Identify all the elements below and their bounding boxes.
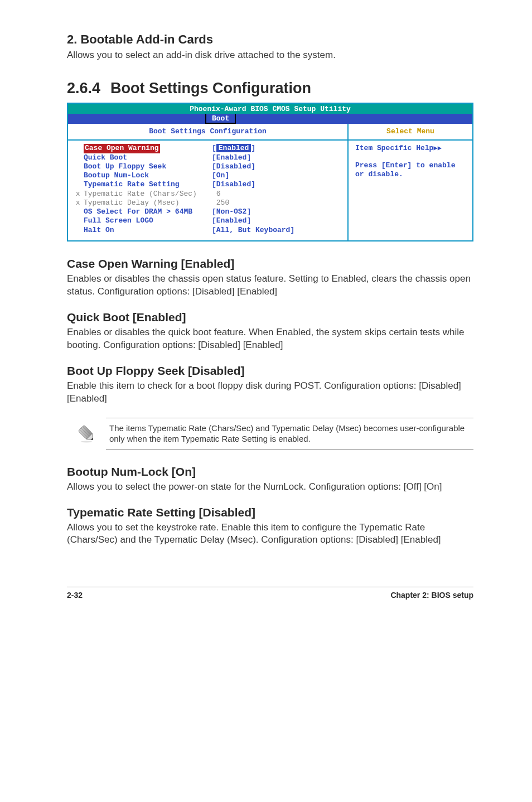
bios-row-marker bbox=[71, 207, 84, 216]
bios-row-marker bbox=[71, 226, 84, 235]
bios-row-label: OS Select For DRAM > 64MB bbox=[84, 207, 212, 216]
bios-settings-list: Case Open Warning[Enabled] Quick Boot[En… bbox=[68, 141, 347, 240]
bios-row-label: Quick Boot bbox=[84, 153, 212, 162]
bios-row-label: Case Open Warning bbox=[84, 144, 212, 153]
bios-help-text: Press [Enter] to enable or disable. bbox=[355, 161, 468, 180]
bios-row-value: 250 bbox=[212, 199, 345, 207]
bios-subtitle: Boot Settings Configuration bbox=[68, 124, 347, 141]
bios-row-marker: x bbox=[71, 199, 84, 207]
bios-row-label: Typematic Delay (Msec) bbox=[84, 199, 212, 207]
numlock-text: Allows you to select the power-on state … bbox=[67, 481, 473, 494]
bios-row-label: Halt On bbox=[84, 226, 212, 235]
floppy-seek-title: Boot Up Floppy Seek [Disabled] bbox=[67, 364, 473, 378]
case-open-title: Case Open Warning [Enabled] bbox=[67, 257, 473, 270]
bios-row-value: [Disabled] bbox=[212, 162, 345, 171]
quick-boot-text: Enables or disables the quick boot featu… bbox=[67, 326, 473, 352]
numlock-title: Bootup Num-Lock [On] bbox=[67, 465, 473, 479]
bios-row-value: [Disabled] bbox=[212, 180, 345, 189]
bios-row-marker bbox=[71, 162, 84, 171]
section-264-number: 2.6.4 bbox=[67, 80, 100, 96]
case-open-text: Enables or disables the chassis open sta… bbox=[67, 273, 473, 298]
bios-row-label: Typematic Rate Setting bbox=[84, 180, 212, 189]
bios-panel: Phoenix-Award BIOS CMOS Setup Utility Bo… bbox=[67, 103, 473, 241]
bios-row: x Typematic Rate (Chars/Sec) 6 bbox=[71, 190, 345, 199]
bios-row: Bootup Num-Lock[On] bbox=[71, 171, 345, 180]
bios-row-marker bbox=[71, 144, 84, 153]
bios-row: Quick Boot[Enabled] bbox=[71, 153, 345, 162]
bios-tab-row: Boot bbox=[68, 114, 472, 124]
bios-help-title: Item Specific Help bbox=[355, 144, 433, 152]
bios-row: Halt On[All, But Keyboard] bbox=[71, 226, 345, 235]
quick-boot-title: Quick Boot [Enabled] bbox=[67, 311, 473, 324]
page-footer: 2-32 Chapter 2: BIOS setup bbox=[67, 587, 473, 600]
bios-row-value: [Non-OS2] bbox=[212, 207, 345, 216]
bios-row: Full Screen LOGO[Enabled] bbox=[71, 216, 345, 225]
bios-row-marker bbox=[71, 171, 84, 180]
bios-row-label: Bootup Num-Lock bbox=[84, 171, 212, 180]
bios-row: x Typematic Delay (Msec) 250 bbox=[71, 199, 345, 207]
bios-row-label: Typematic Rate (Chars/Sec) bbox=[84, 190, 212, 199]
bios-row-value: [On] bbox=[212, 171, 345, 180]
typematic-title: Typematic Rate Setting [Disabled] bbox=[67, 506, 473, 519]
bios-row-label: Boot Up Floppy Seek bbox=[84, 162, 212, 171]
bios-row: OS Select For DRAM > 64MB[Non-OS2] bbox=[71, 207, 345, 216]
bios-row-value: [All, But Keyboard] bbox=[212, 226, 345, 235]
note-icon-wrap bbox=[67, 418, 106, 450]
svg-point-6 bbox=[81, 441, 93, 443]
bios-tab-boot: Boot bbox=[205, 114, 236, 124]
section-2-title: 2. Bootable Add-in Cards bbox=[67, 32, 473, 47]
pencil-icon bbox=[76, 423, 96, 443]
section-264-title: Boot Settings Configuration bbox=[110, 80, 311, 96]
bios-row-value: [Enabled] bbox=[212, 153, 345, 162]
bios-row-value: 6 bbox=[212, 190, 345, 199]
footer-chapter: Chapter 2: BIOS setup bbox=[390, 591, 473, 600]
typematic-text: Allows you to set the keystroke rate. En… bbox=[67, 521, 473, 547]
bios-help-arrows-icon: ▶▶ bbox=[433, 144, 441, 152]
bios-select-menu: Select Menu bbox=[347, 124, 472, 141]
footer-page-number: 2-32 bbox=[67, 591, 83, 600]
bios-row: Case Open Warning[Enabled] bbox=[71, 144, 345, 153]
bios-row-marker bbox=[71, 153, 84, 162]
bios-row-marker bbox=[71, 180, 84, 189]
bios-row-value: [Enabled] bbox=[212, 216, 345, 225]
section-2-text: Allows you to select an add-in disk driv… bbox=[67, 49, 473, 62]
section-264-heading: 2.6.4Boot Settings Configuration bbox=[67, 80, 473, 97]
bios-row: Boot Up Floppy Seek[Disabled] bbox=[71, 162, 345, 171]
bios-row: Typematic Rate Setting[Disabled] bbox=[71, 180, 345, 189]
floppy-seek-text: Enable this item to check for a boot flo… bbox=[67, 380, 473, 405]
bios-row-label: Full Screen LOGO bbox=[84, 216, 212, 225]
note-text: The items Typematic Rate (Chars/Sec) and… bbox=[106, 418, 473, 450]
bios-row-value: [Enabled] bbox=[212, 144, 345, 153]
bios-row-marker bbox=[71, 216, 84, 225]
note-box: The items Typematic Rate (Chars/Sec) and… bbox=[67, 418, 473, 450]
bios-help-panel: Item Specific Help▶▶ Press [Enter] to en… bbox=[347, 141, 472, 240]
bios-title: Phoenix-Award BIOS CMOS Setup Utility bbox=[68, 104, 472, 114]
bios-row-marker: x bbox=[71, 190, 84, 199]
